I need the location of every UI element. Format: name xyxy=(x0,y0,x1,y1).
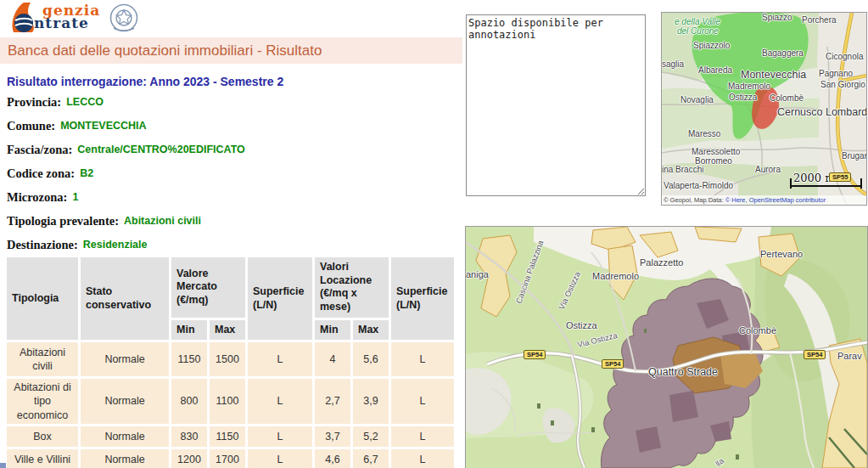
cell-stato: Normale xyxy=(81,379,169,424)
cell-vl-max: 6,7 xyxy=(353,449,389,468)
cell-vm-max: 1500 xyxy=(210,342,245,376)
col-header-stato: Stato conservativo xyxy=(81,257,169,340)
road-badge-sp54: SP54 xyxy=(524,350,546,359)
clipped-footer-fragment xyxy=(0,463,6,468)
road-badge-sp54: SP54 xyxy=(602,359,624,369)
cell-tipologia: Box xyxy=(7,426,78,447)
col-header-min: Min xyxy=(171,320,207,341)
col-header-min: Min xyxy=(315,320,350,341)
logo-wordmark: genzia ntrate xyxy=(34,4,100,36)
col-header-max: Max xyxy=(353,320,389,341)
cell-tipologia: Abitazioni di tipo economico xyxy=(7,379,78,424)
cell-vm-max: 1700 xyxy=(210,449,245,468)
table-row: Ville e Villini Normale 1200 1700 L 4,6 … xyxy=(7,449,454,468)
cell-vl-min: 4,6 xyxy=(315,449,350,468)
field-value: Centrale/CENTRO%20EDIFICATO xyxy=(77,144,245,155)
page: genzia ntrate Banca dati delle quotazion… xyxy=(0,0,868,468)
cell-vm-min: 1200 xyxy=(171,449,207,468)
map-label: Madremolo xyxy=(728,82,770,91)
cell-superficie-2: L xyxy=(391,449,454,468)
map-label: Spiazzo xyxy=(762,13,792,22)
cell-superficie-1: L xyxy=(248,449,312,468)
map-label: Cicognola xyxy=(826,52,863,61)
map-label: del Curone xyxy=(677,26,719,36)
page-title: Banca dati delle quotazioni immobiliari … xyxy=(0,37,462,64)
table-row: Abitazioni di tipo economico Normale 800… xyxy=(7,379,454,424)
cell-tipologia: Abitazioni civili xyxy=(7,342,78,376)
field-label: Provincia: xyxy=(7,95,61,110)
field-value: 1 xyxy=(72,191,78,203)
map-label: Brugar xyxy=(842,151,867,161)
col-header-tipologia: Tipologia xyxy=(7,257,78,340)
field-destinazione: Destinazione: Residenziale xyxy=(7,233,245,257)
map-label: ina Bracchi xyxy=(662,165,703,174)
field-label: Comune: xyxy=(7,119,55,133)
overview-map[interactable]: Spiazzo Porchera e della Valle del Curon… xyxy=(661,12,867,206)
cell-tipologia: Ville e Villini xyxy=(7,449,78,468)
field-tipologia-prevalente: Tipologia prevalente: Abitazioni civili xyxy=(7,209,245,233)
cell-vl-min: 2,7 xyxy=(315,379,350,424)
agenzia-entrate-logo[interactable]: genzia ntrate xyxy=(7,2,100,36)
cell-superficie-2: L xyxy=(391,379,454,424)
quotes-table: Tipologia Stato conservativo Valore Merc… xyxy=(4,255,456,468)
result-fields: Provincia: LECCO Comune: MONTEVECCHIA Fa… xyxy=(7,90,245,257)
attribution-text: © Geopoi, Map Data: xyxy=(664,196,725,204)
map-label: Pertevano xyxy=(760,249,803,259)
map-label: Ostizza xyxy=(566,320,597,330)
cell-vm-min: 800 xyxy=(171,379,207,424)
cell-superficie-1: L xyxy=(248,379,312,424)
detail-map[interactable]: aniga Cascina Palazzina Via Ostizza Madr… xyxy=(465,226,868,468)
cell-vl-max: 3,9 xyxy=(353,379,389,424)
map-attribution-links[interactable]: © Here, OpenStreetMap contributor xyxy=(725,196,826,204)
map-label: e della Valle xyxy=(675,17,720,26)
map-label: Maressoletto xyxy=(692,147,740,156)
map-label: Valaperta-Rimoldo xyxy=(664,181,733,190)
cell-vm-min: 1150 xyxy=(171,342,207,376)
cell-superficie-2: L xyxy=(391,426,454,447)
map-label: Pagnano xyxy=(819,69,853,78)
map-label: Spiazzolo xyxy=(693,41,730,50)
annotations-textarea[interactable]: Spazio disponibile per annotazioni xyxy=(466,14,646,196)
cell-vm-min: 830 xyxy=(171,426,207,447)
table-row: Box Normale 830 1150 L 3,7 5,2 L xyxy=(7,426,454,447)
road-badge-sp55: SP55 xyxy=(829,172,851,182)
cell-vl-max: 5,2 xyxy=(353,426,389,447)
field-label: Fascia/zona: xyxy=(7,143,72,157)
field-value: Abitazioni civili xyxy=(124,215,201,227)
field-label: Codice zona: xyxy=(7,166,75,181)
map-label: Novaglia xyxy=(680,95,714,104)
map-label: aniga xyxy=(466,269,489,279)
map-label: Palazzetto xyxy=(640,257,683,268)
cell-vm-max: 1150 xyxy=(210,426,245,447)
cell-vl-min: 4 xyxy=(315,342,350,376)
header: genzia ntrate xyxy=(7,2,139,36)
field-provincia: Provincia: LECCO xyxy=(7,90,245,114)
cell-superficie-1: L xyxy=(248,342,312,376)
field-value: B2 xyxy=(80,167,93,179)
col-header-valori-locazione: Valori Locazione (€/mq x mese) xyxy=(315,257,389,318)
cell-vl-max: 5,6 xyxy=(353,342,389,376)
map-label: Quattro Strade xyxy=(648,366,718,378)
cell-stato: Normale xyxy=(81,449,169,468)
field-value: MONTEVECCHIA xyxy=(60,120,146,132)
map-attribution: © Geopoi, Map Data: © Here, OpenStreetMa… xyxy=(662,195,867,205)
map-label: saglia xyxy=(662,59,684,69)
col-header-superficie-1: Superficie (L/N) xyxy=(248,257,312,340)
field-value: Residenziale xyxy=(83,239,148,251)
cell-superficie-2: L xyxy=(391,342,454,376)
field-microzona: Microzona: 1 xyxy=(7,185,245,209)
col-header-superficie-2: Superficie (L/N) xyxy=(391,257,454,340)
cell-superficie-1: L xyxy=(248,426,312,447)
map-label: San Giorgio xyxy=(820,80,865,89)
field-codice-zona: Codice zona: B2 xyxy=(7,161,245,185)
map-label: Parav xyxy=(837,351,862,361)
cell-stato: Normale xyxy=(81,342,169,376)
map-label: Colombè xyxy=(739,325,776,335)
cell-stato: Normale xyxy=(81,426,169,447)
map-label: Cernusco Lombardo xyxy=(777,106,867,118)
field-label: Destinazione: xyxy=(7,238,78,252)
field-label: Tipologia prevalente: xyxy=(7,214,119,228)
field-label: Microzona: xyxy=(7,190,67,205)
field-value: LECCO xyxy=(66,96,104,108)
map-label: Montevecchia xyxy=(741,69,806,81)
